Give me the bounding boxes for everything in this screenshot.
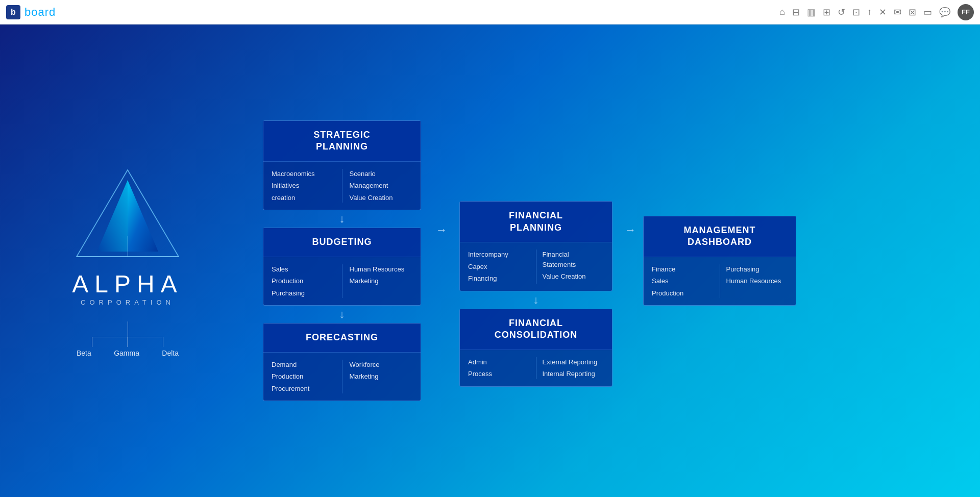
arrow-fp-to-md: → bbox=[619, 223, 642, 237]
monitor-icon[interactable]: ⊡ bbox=[852, 7, 860, 18]
fc-item-2: Process bbox=[468, 369, 530, 379]
strategic-planning-card[interactable]: STRATEGICPLANNING Macroenomics Initiativ… bbox=[263, 120, 421, 210]
svg-marker-1 bbox=[97, 180, 128, 252]
financial-planning-title: FINANCIALPLANNING bbox=[470, 210, 602, 234]
bud-item-5: Marketing bbox=[350, 276, 413, 286]
fore-item-2: Production bbox=[272, 371, 335, 382]
sp-item-3: creation bbox=[272, 193, 335, 203]
budgeting-header: BUDGETING bbox=[263, 228, 421, 257]
chat-icon[interactable]: 💬 bbox=[939, 7, 950, 18]
strategic-planning-col2: Scenario Management Value Creation bbox=[350, 169, 413, 203]
org-branch-delta: Delta bbox=[162, 347, 179, 357]
forecasting-col2: Workforce Marketing bbox=[350, 360, 413, 394]
management-dashboard-body: Finance Sales Production Purchasing Huma… bbox=[644, 257, 796, 306]
org-line-vertical bbox=[128, 321, 128, 337]
sp-item-2: Initiatives bbox=[272, 181, 335, 191]
fp-item-3: Financing bbox=[468, 274, 530, 284]
fore-item-1: Demand bbox=[272, 360, 335, 370]
management-dashboard-card[interactable]: MANAGEMENTDASHBOARD Finance Sales Produc… bbox=[643, 216, 796, 306]
table-icon[interactable]: ⊞ bbox=[823, 7, 830, 18]
fc-item-4: Internal Reporting bbox=[543, 369, 604, 379]
brand-name: board bbox=[24, 6, 56, 19]
rectangle-icon[interactable]: ▭ bbox=[923, 7, 932, 18]
left-column: STRATEGICPLANNING Macroenomics Initiativ… bbox=[255, 120, 429, 401]
fp-col1: Intercompany Capex Financing bbox=[468, 250, 530, 284]
mail-alt-icon[interactable]: ⊠ bbox=[909, 7, 916, 18]
undo-icon[interactable]: ↺ bbox=[838, 7, 845, 18]
org-branch-gamma: Gamma bbox=[114, 347, 139, 357]
arrow-budgeting-to-fp: → bbox=[430, 223, 453, 237]
alpha-triangle-logo bbox=[66, 165, 189, 267]
corporation-text: CORPORATION bbox=[81, 299, 175, 306]
financial-consolidation-body: Admin Process External Reporting Interna… bbox=[460, 350, 612, 386]
fc-divider bbox=[536, 357, 536, 379]
strategic-planning-title: STRATEGICPLANNING bbox=[274, 129, 410, 153]
forecasting-col1: Demand Production Procurement bbox=[272, 360, 335, 394]
budgeting-col1: Sales Production Purchasing bbox=[272, 264, 335, 299]
bud-item-2: Production bbox=[272, 276, 335, 286]
diagram-area: STRATEGICPLANNING Macroenomics Initiativ… bbox=[255, 120, 949, 401]
budgeting-card[interactable]: BUDGETING Sales Production Purchasing Hu… bbox=[263, 228, 421, 306]
middle-column: FINANCIALPLANNING Intercompany Capex Fin… bbox=[454, 135, 618, 386]
user-avatar[interactable]: FF bbox=[958, 4, 974, 20]
forecasting-header: FORECASTING bbox=[263, 324, 421, 352]
financial-consolidation-header: FINANCIALCONSOLIDATION bbox=[460, 309, 612, 350]
navbar: b board ⌂ ⊟ ▥ ⊞ ↺ ⊡ ↑ ✕ ✉ ⊠ ▭ 💬 FF bbox=[0, 0, 980, 24]
strategic-planning-body: Macroenomics Initiatives creation Scenar… bbox=[263, 162, 421, 210]
bud-item-4: Human Resources bbox=[350, 264, 413, 275]
board-logo-icon[interactable]: b bbox=[6, 5, 20, 19]
bud-divider bbox=[342, 264, 342, 299]
bud-item-3: Purchasing bbox=[272, 288, 335, 299]
budgeting-title: BUDGETING bbox=[274, 236, 410, 248]
md-col2: Purchasing Human Resources bbox=[726, 264, 788, 299]
fc-col2: External Reporting Internal Reporting bbox=[543, 357, 604, 379]
org-branch-beta: Beta bbox=[77, 347, 91, 357]
md-item-5: Human Resources bbox=[726, 276, 788, 286]
forecasting-card[interactable]: FORECASTING Demand Production Procuremen… bbox=[263, 323, 421, 401]
sp-divider bbox=[342, 169, 342, 203]
strategic-planning-col1: Macroenomics Initiatives creation bbox=[272, 169, 335, 203]
upload-icon[interactable]: ↑ bbox=[867, 7, 872, 17]
sp-item-6: Value Creation bbox=[350, 193, 413, 203]
budgeting-body: Sales Production Purchasing Human Resour… bbox=[263, 257, 421, 306]
layout-icon[interactable]: ⊟ bbox=[792, 7, 800, 18]
management-dashboard-title: MANAGEMENTDASHBOARD bbox=[654, 225, 786, 248]
toolbar-icons: ⌂ ⊟ ▥ ⊞ ↺ ⊡ ↑ ✕ ✉ ⊠ ▭ 💬 FF bbox=[779, 4, 974, 20]
sp-item-1: Macroenomics bbox=[272, 169, 335, 179]
fore-item-3: Procurement bbox=[272, 384, 335, 394]
org-branches: Beta Gamma Delta bbox=[77, 347, 179, 357]
logo-section: ALPHA CORPORATION Beta Gamma Delta bbox=[31, 165, 225, 357]
md-item-1: Finance bbox=[652, 264, 714, 275]
org-structure: Beta Gamma Delta bbox=[77, 321, 179, 357]
arrow-fp-to-fc: ↓ bbox=[457, 291, 615, 309]
sp-item-5: Management bbox=[350, 181, 413, 191]
financial-consolidation-card[interactable]: FINANCIALCONSOLIDATION Admin Process Ext… bbox=[459, 309, 612, 387]
fore-divider bbox=[342, 360, 342, 394]
home-icon[interactable]: ⌂ bbox=[779, 7, 785, 17]
forecasting-title: FORECASTING bbox=[274, 332, 410, 343]
md-item-4: Purchasing bbox=[726, 264, 788, 275]
financial-planning-card[interactable]: FINANCIALPLANNING Intercompany Capex Fin… bbox=[459, 201, 612, 291]
columns-icon[interactable]: ▥ bbox=[807, 7, 816, 18]
arrow-sp-to-budgeting: ↓ bbox=[263, 210, 421, 228]
svg-marker-2 bbox=[128, 180, 158, 252]
management-dashboard-header: MANAGEMENTDASHBOARD bbox=[644, 216, 796, 257]
fc-item-1: Admin bbox=[468, 357, 530, 367]
fore-item-5: Marketing bbox=[350, 371, 413, 382]
alpha-logo-text: ALPHA bbox=[72, 272, 183, 296]
cursor-icon[interactable]: ✕ bbox=[879, 7, 887, 18]
fp-item-5: Value Creation bbox=[543, 271, 604, 282]
fp-item-1: Intercompany bbox=[468, 250, 530, 260]
fore-item-4: Workforce bbox=[350, 360, 413, 370]
fp-item-2: Capex bbox=[468, 262, 530, 272]
mail-icon[interactable]: ✉ bbox=[894, 7, 901, 18]
bud-item-1: Sales bbox=[272, 264, 335, 275]
strategic-planning-header: STRATEGICPLANNING bbox=[263, 121, 421, 162]
fc-col1: Admin Process bbox=[468, 357, 530, 379]
budgeting-col2: Human Resources Marketing bbox=[350, 264, 413, 299]
financial-planning-header: FINANCIALPLANNING bbox=[460, 202, 612, 242]
fp-col2: Financial Statements Value Creation bbox=[543, 250, 604, 284]
md-item-3: Production bbox=[652, 288, 714, 299]
arrow-budgeting-to-forecasting: ↓ bbox=[263, 306, 421, 323]
fc-item-3: External Reporting bbox=[543, 357, 604, 367]
